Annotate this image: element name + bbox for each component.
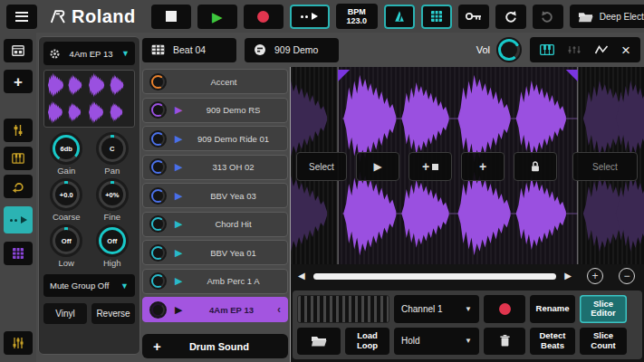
pad-row-selected[interactable]: ▶ 4Am EP 13 ‹	[142, 297, 288, 322]
plus-icon: +	[479, 160, 486, 173]
rename-button[interactable]: Rename	[530, 295, 575, 323]
pad-row[interactable]: ▶ 909 Demo RS	[142, 98, 288, 123]
bpm-display[interactable]: BPM 123.0	[336, 4, 378, 29]
pad-name: BBV Yea 01	[186, 248, 281, 258]
low-knob[interactable]: Off	[50, 224, 82, 257]
project-file-button[interactable]: Deep Electro Beat	[570, 5, 644, 28]
mute-group-dropdown[interactable]: Mute Group Off ▼	[43, 274, 135, 297]
main-menu-button[interactable]	[6, 5, 37, 29]
left-icon-rail: +	[0, 33, 36, 362]
high-value: Off	[101, 230, 123, 252]
pad-row[interactable]: ▶ 909 Demo Ride 01	[142, 126, 288, 151]
pad-name: 909 Demo Ride 01	[186, 134, 281, 144]
add-drum-sound-button[interactable]: + Drum Sound	[142, 334, 288, 358]
rail-step-sequencer-button[interactable]	[4, 242, 33, 265]
load-loop-button[interactable]: Load Loop	[345, 328, 389, 356]
pad-play-icon[interactable]: ▶	[175, 191, 186, 201]
pad-play-icon[interactable]: ▶	[175, 162, 186, 172]
pad-knob[interactable]	[149, 130, 167, 148]
waveform-editor[interactable]: Select ▶ + +	[291, 67, 644, 264]
lock-button[interactable]	[514, 152, 557, 181]
rail-keyboard-button[interactable]	[4, 147, 33, 170]
keyboard-view-icon[interactable]	[540, 44, 554, 55]
pan-knob[interactable]: C	[96, 132, 129, 165]
play-button[interactable]: ▶	[197, 5, 237, 29]
zoom-in-button[interactable]: +	[587, 268, 603, 284]
sample-thumbnail[interactable]	[43, 70, 135, 128]
close-icon[interactable]: ×	[621, 43, 630, 58]
slice-count-button[interactable]: Slice Count	[580, 328, 627, 356]
preview-play-button[interactable]: ▶	[356, 152, 399, 181]
pad-play-icon[interactable]: ▶	[175, 134, 186, 144]
select-mode-button-left[interactable]: Select	[296, 152, 347, 181]
rail-channel-settings-button[interactable]	[4, 119, 33, 142]
envelope-view-icon[interactable]	[594, 44, 609, 55]
tab-beat-04[interactable]: Beat 04	[142, 38, 236, 62]
coarse-knob[interactable]: +0.0	[50, 178, 82, 211]
add-button[interactable]: +	[461, 152, 505, 181]
pad-knob[interactable]	[149, 187, 167, 205]
pad-play-icon[interactable]: ▶	[175, 305, 186, 315]
waveform-scrollbar: ◀ ▶ + −	[291, 264, 644, 288]
pad-knob[interactable]	[149, 272, 167, 290]
brand-name: Roland	[72, 6, 136, 27]
pad-selector-dropdown[interactable]: 4Am EP 13 ▼	[43, 42, 135, 65]
grid-quantize-button[interactable]	[421, 5, 452, 29]
fine-knob[interactable]: +0%	[96, 178, 129, 211]
high-knob[interactable]: Off	[96, 224, 129, 257]
pad-play-icon[interactable]: ▶	[175, 219, 186, 229]
pad-knob[interactable]	[149, 244, 167, 262]
rail-sampler-button-active[interactable]	[4, 206, 33, 233]
add-slice-marker-button[interactable]: +	[409, 152, 452, 181]
minus-icon: −	[623, 271, 630, 281]
rail-add-track-button[interactable]: +	[4, 70, 33, 93]
load-sample-button[interactable]	[297, 328, 341, 356]
pad-row[interactable]: ▶ BBV Yea 01	[142, 240, 288, 265]
stop-button[interactable]	[151, 5, 191, 29]
pad-knob[interactable]	[149, 215, 167, 233]
tab-909-demo[interactable]: 909 Demo	[245, 38, 339, 62]
metronome-button[interactable]	[384, 5, 415, 29]
select-mode-button-right[interactable]: Select	[572, 152, 638, 181]
channel-dropdown[interactable]: Channel 1 ▼	[394, 295, 479, 323]
pad-row[interactable]: ▶ Amb Perc 1 A	[142, 269, 288, 294]
mixer-view-icon[interactable]	[567, 44, 582, 55]
record-button[interactable]	[244, 5, 284, 29]
follow-playback-button[interactable]	[290, 5, 330, 29]
rail-loop-button[interactable]	[4, 175, 33, 198]
zoom-out-button[interactable]: −	[619, 268, 635, 284]
vinyl-button[interactable]: Vinyl	[43, 303, 87, 324]
pad-knob[interactable]	[149, 73, 167, 90]
rail-mixer-button[interactable]	[4, 331, 33, 355]
gain-knob[interactable]: 6db	[50, 132, 82, 165]
scroll-right-icon[interactable]: ▶	[564, 272, 572, 281]
pad-row-accent[interactable]: Accent	[142, 69, 288, 94]
delete-button[interactable]	[484, 328, 525, 356]
redo-button[interactable]	[533, 5, 563, 29]
sampler-follow-icon	[10, 216, 27, 224]
sample-record-button[interactable]	[484, 295, 525, 323]
pad-row[interactable]: ▶ 313 OH 02	[142, 155, 288, 180]
pad-row[interactable]: ▶ BBV Yea 03	[142, 183, 288, 208]
pad-play-icon[interactable]: ▶	[175, 105, 186, 115]
volume-knob[interactable]	[496, 37, 522, 62]
pad-play-icon[interactable]: ▶	[175, 248, 186, 258]
detect-beats-button[interactable]: Detect Beats	[530, 328, 575, 356]
pad-knob[interactable]	[149, 158, 167, 176]
collapse-chevron-icon[interactable]: ‹	[277, 303, 281, 316]
pad-play-icon[interactable]: ▶	[175, 276, 186, 286]
scrollbar-thumb[interactable]	[313, 273, 557, 280]
undo-button[interactable]	[495, 5, 526, 29]
low-value: Off	[55, 230, 77, 252]
plus-icon: +	[153, 338, 161, 354]
pad-knob[interactable]	[149, 301, 167, 319]
rail-drum-machine-button[interactable]	[4, 39, 33, 62]
reverse-button[interactable]: Reverse	[91, 303, 135, 324]
slice-editor-button-active[interactable]: Slice Editor	[580, 295, 627, 323]
hold-mode-dropdown[interactable]: Hold ▼	[394, 328, 479, 356]
scroll-left-icon[interactable]: ◀	[298, 272, 305, 281]
pad-knob[interactable]	[149, 101, 167, 119]
pad-name: Accent	[167, 77, 281, 87]
pad-row[interactable]: ▶ Chord Hit	[142, 212, 288, 237]
key-lock-button[interactable]	[458, 5, 489, 29]
